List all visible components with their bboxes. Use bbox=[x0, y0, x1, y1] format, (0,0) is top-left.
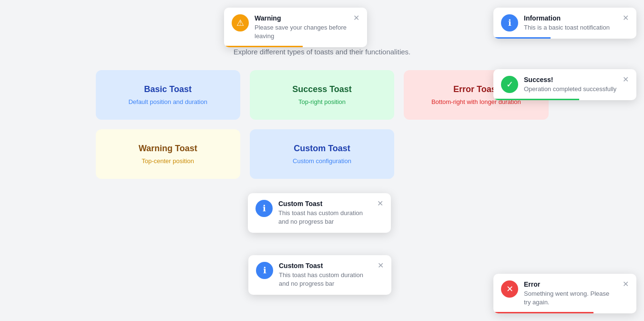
error-icon: ✕ bbox=[501, 280, 518, 298]
basic-toast-card[interactable]: Basic Toast Default position and duratio… bbox=[96, 70, 240, 120]
custom2-icon: ℹ bbox=[256, 262, 273, 279]
success-toast-body: Success! Operation completed successfull… bbox=[524, 76, 617, 93]
warning-toast-title: Warning Toast bbox=[105, 144, 231, 154]
info-toast-message: This is a basic toast notification bbox=[524, 23, 617, 32]
success-toast-title-text: Success! bbox=[524, 76, 617, 83]
custom1-icon: ℹ bbox=[256, 200, 273, 217]
custom2-toast-title-text: Custom Toast bbox=[279, 262, 372, 269]
basic-toast-title: Basic Toast bbox=[105, 84, 231, 94]
warning-icon: ⚠ bbox=[232, 14, 249, 31]
custom1-toast-title-text: Custom Toast bbox=[278, 200, 371, 207]
success-toast-message: Operation completed successfully bbox=[524, 85, 617, 93]
success-icon: ✓ bbox=[501, 76, 518, 93]
warning-toast-subtitle: Top-center position bbox=[105, 157, 231, 165]
success-toast-card[interactable]: Success Toast Top-right position bbox=[250, 70, 394, 120]
error-toast-progress bbox=[493, 312, 593, 313]
custom2-toast-message: This toast has custom duration and no pr… bbox=[279, 271, 372, 288]
warning-toast-progress bbox=[224, 46, 303, 47]
custom1-toast-body: Custom Toast This toast has custom durat… bbox=[278, 200, 371, 226]
custom2-toast-close[interactable]: ✕ bbox=[378, 262, 384, 269]
custom-toast-title: Custom Toast bbox=[259, 144, 385, 154]
custom-toast-card[interactable]: Custom Toast Custom configuration bbox=[250, 129, 394, 179]
success-toast-close[interactable]: ✕ bbox=[623, 76, 629, 83]
warning-toast-message: Please save your changes before leaving bbox=[255, 23, 348, 41]
error-toast-title-text: Error bbox=[524, 280, 617, 288]
custom1-toast-close[interactable]: ✕ bbox=[377, 200, 383, 207]
success-toast-title: Success Toast bbox=[259, 84, 385, 94]
custom-toast-1: ℹ Custom Toast This toast has custom dur… bbox=[248, 193, 391, 233]
info-icon: ℹ bbox=[501, 14, 518, 31]
basic-toast-subtitle: Default position and duration bbox=[105, 98, 231, 105]
info-toast-progress bbox=[493, 37, 551, 39]
custom1-toast-message: This toast has custom duration and no pr… bbox=[278, 209, 371, 226]
success-toast-progress bbox=[493, 99, 579, 100]
warning-toast-close[interactable]: ✕ bbox=[353, 14, 359, 22]
info-toast: ℹ Information This is a basic toast noti… bbox=[493, 8, 636, 39]
info-toast-close[interactable]: ✕ bbox=[623, 14, 629, 22]
success-toast: ✓ Success! Operation completed successfu… bbox=[493, 69, 636, 100]
error-toast: ✕ Error Something went wrong. Please try… bbox=[493, 274, 636, 313]
cards-grid: Basic Toast Default position and duratio… bbox=[96, 70, 549, 179]
info-toast-title-text: Information bbox=[524, 14, 617, 22]
warning-toast-title-text: Warning bbox=[255, 14, 348, 22]
success-toast-subtitle: Top-right position bbox=[259, 98, 385, 105]
error-toast-message: Something went wrong. Please try again. bbox=[524, 290, 617, 307]
custom-toast-2: ℹ Custom Toast This toast has custom dur… bbox=[248, 255, 391, 295]
custom-toast-subtitle: Custom configuration bbox=[259, 157, 385, 165]
page-subtitle: Explore different types of toasts and th… bbox=[14, 48, 630, 56]
warning-toast: ⚠ Warning Please save your changes befor… bbox=[224, 8, 367, 47]
error-toast-body: Error Something went wrong. Please try a… bbox=[524, 280, 617, 307]
warning-toast-body: Warning Please save your changes before … bbox=[255, 14, 348, 41]
custom2-toast-body: Custom Toast This toast has custom durat… bbox=[279, 262, 372, 288]
error-toast-close[interactable]: ✕ bbox=[623, 280, 629, 288]
warning-toast-card[interactable]: Warning Toast Top-center position bbox=[96, 129, 240, 179]
info-toast-body: Information This is a basic toast notifi… bbox=[524, 14, 617, 32]
